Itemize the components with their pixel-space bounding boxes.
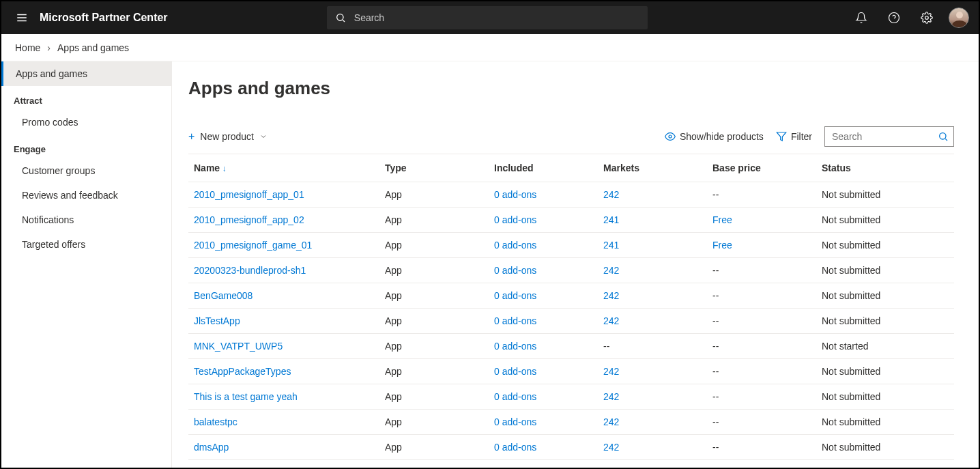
product-markets-cell-link[interactable]: 242 [603, 265, 619, 276]
table-search-input[interactable] [824, 126, 954, 147]
product-markets-cell-link[interactable]: 242 [603, 290, 619, 301]
product-name-cell: 2010_pmesignoff_game_01 [188, 233, 379, 258]
product-included-cell-link[interactable]: 0 add-ons [494, 391, 536, 402]
plus-icon: + [188, 130, 194, 143]
product-status-cell: Not submitted [816, 233, 954, 258]
table-row: JlsTestAppApp0 add-ons242--Not submitted [188, 309, 954, 334]
hamburger-icon [16, 12, 28, 24]
product-included-cell: 0 add-ons [489, 233, 598, 258]
sidebar-item-label: Apps and games [16, 68, 87, 79]
breadcrumb-current: Apps and games [57, 42, 129, 53]
product-name-cell-link[interactable]: This is a test game yeah [194, 391, 298, 402]
table-header-row: Name Type Included Markets Base price St… [188, 154, 954, 182]
topbar: Microsoft Partner Center [1, 1, 979, 34]
product-markets-cell: 242 [598, 309, 707, 334]
col-header-status[interactable]: Status [816, 154, 954, 182]
product-name-cell-link[interactable]: balatestpc [194, 416, 237, 427]
svg-point-8 [669, 135, 672, 138]
product-markets-cell: 242 [598, 258, 707, 283]
sidebar-item-targeted-offers[interactable]: Targeted offers [1, 232, 171, 257]
product-name-cell: 20200323-bundleprod-sh1 [188, 258, 379, 283]
sidebar-item-promo-codes[interactable]: Promo codes [1, 110, 171, 134]
svg-line-11 [945, 139, 947, 141]
product-markets-cell-link[interactable]: 242 [603, 366, 619, 377]
product-included-cell: 0 add-ons [489, 334, 598, 359]
new-product-button[interactable]: + New product [188, 130, 268, 143]
product-name-cell-link[interactable]: MNK_VATPT_UWP5 [194, 341, 283, 352]
search-icon [335, 12, 346, 23]
product-included-cell-link[interactable]: 0 add-ons [494, 290, 536, 301]
product-name-cell: balatestpc [188, 410, 379, 435]
product-price-cell: -- [707, 258, 816, 283]
product-markets-cell: 242 [598, 435, 707, 460]
product-name-cell-link[interactable]: 2010_pmesignoff_game_01 [194, 240, 312, 251]
col-header-type[interactable]: Type [379, 154, 489, 182]
product-status-cell: Not submitted [816, 384, 954, 410]
sidebar-item-apps-and-games[interactable]: Apps and games [1, 61, 171, 86]
product-name-cell: JlsTestApp [188, 309, 379, 334]
col-header-name[interactable]: Name [188, 154, 379, 182]
svg-marker-9 [777, 132, 786, 141]
settings-button[interactable] [913, 4, 940, 31]
notifications-button[interactable] [848, 4, 875, 31]
global-search-input[interactable] [327, 6, 648, 29]
product-price-cell: -- [707, 410, 816, 435]
col-header-base-price[interactable]: Base price [707, 154, 816, 182]
product-name-cell-link[interactable]: 2010_pmesignoff_app_01 [194, 189, 304, 200]
product-name-cell-link[interactable]: JlsTestApp [194, 315, 240, 326]
col-header-included[interactable]: Included [489, 154, 598, 182]
product-included-cell-link[interactable]: 0 add-ons [494, 265, 536, 276]
user-avatar[interactable] [949, 8, 969, 28]
svg-point-7 [925, 16, 929, 20]
table-row: 2010_pmesignoff_app_02App0 add-ons241Fre… [188, 208, 954, 233]
product-markets-cell-link[interactable]: 242 [603, 442, 619, 453]
col-header-markets[interactable]: Markets [598, 154, 707, 182]
product-status-cell: Not submitted [816, 309, 954, 334]
product-markets-cell-link[interactable]: 242 [603, 189, 619, 200]
help-icon [888, 12, 900, 24]
product-included-cell-link[interactable]: 0 add-ons [494, 416, 536, 427]
sidebar-item-label: Customer groups [22, 165, 95, 176]
product-price-cell-link[interactable]: Free [712, 240, 732, 251]
product-included-cell-link[interactable]: 0 add-ons [494, 366, 536, 377]
product-markets-cell-link[interactable]: 242 [603, 315, 619, 326]
product-name-cell-link[interactable]: 20200323-bundleprod-sh1 [194, 265, 306, 276]
product-status-cell: Not started [816, 334, 954, 359]
product-markets-cell-link[interactable]: 242 [603, 391, 619, 402]
help-button[interactable] [880, 4, 908, 31]
product-included-cell-link[interactable]: 0 add-ons [494, 214, 536, 225]
product-type-cell: App [379, 182, 489, 208]
product-included-cell-link[interactable]: 0 add-ons [494, 189, 536, 200]
sidebar-item-notifications[interactable]: Notifications [1, 208, 171, 232]
product-type-cell: App [379, 233, 489, 258]
product-included-cell-link[interactable]: 0 add-ons [494, 341, 536, 352]
show-hide-label: Show/hide products [680, 131, 764, 142]
filter-button[interactable]: Filter [776, 131, 812, 142]
sidebar-item-label: Targeted offers [22, 239, 85, 250]
product-included-cell-link[interactable]: 0 add-ons [494, 315, 536, 326]
product-markets-cell-link[interactable]: 241 [603, 240, 619, 251]
product-name-cell-link[interactable]: TestAppPackageTypes [194, 366, 291, 377]
product-markets-cell: 242 [598, 283, 707, 309]
sidebar-item-label: Reviews and feedback [22, 190, 118, 201]
product-name-cell-link[interactable]: BenGame008 [194, 290, 253, 301]
sidebar-item-customer-groups[interactable]: Customer groups [1, 158, 171, 183]
show-hide-products-button[interactable]: Show/hide products [665, 131, 764, 142]
table-row: 2010_pmesignoff_app_01App0 add-ons242--N… [188, 182, 954, 208]
product-markets-cell-link[interactable]: 242 [603, 416, 619, 427]
sidebar-item-reviews-feedback[interactable]: Reviews and feedback [1, 183, 171, 208]
chevron-right-icon: › [47, 42, 51, 53]
toolbar: + New product Show/hide products Filter [188, 126, 954, 154]
table-row: MNK_VATPT_UWP5App0 add-ons----Not starte… [188, 334, 954, 359]
product-markets-cell-link[interactable]: 241 [603, 214, 619, 225]
product-name-cell-link[interactable]: 2010_pmesignoff_app_02 [194, 214, 304, 225]
product-type-cell: App [379, 309, 489, 334]
product-included-cell-link[interactable]: 0 add-ons [494, 240, 536, 251]
hamburger-menu-button[interactable] [11, 7, 33, 29]
product-name-cell-link[interactable]: dmsApp [194, 442, 229, 453]
product-price-cell-link[interactable]: Free [712, 214, 732, 225]
product-markets-cell: 242 [598, 359, 707, 384]
breadcrumb-home[interactable]: Home [15, 42, 40, 53]
product-status-cell: Not submitted [816, 182, 954, 208]
product-included-cell-link[interactable]: 0 add-ons [494, 442, 536, 453]
